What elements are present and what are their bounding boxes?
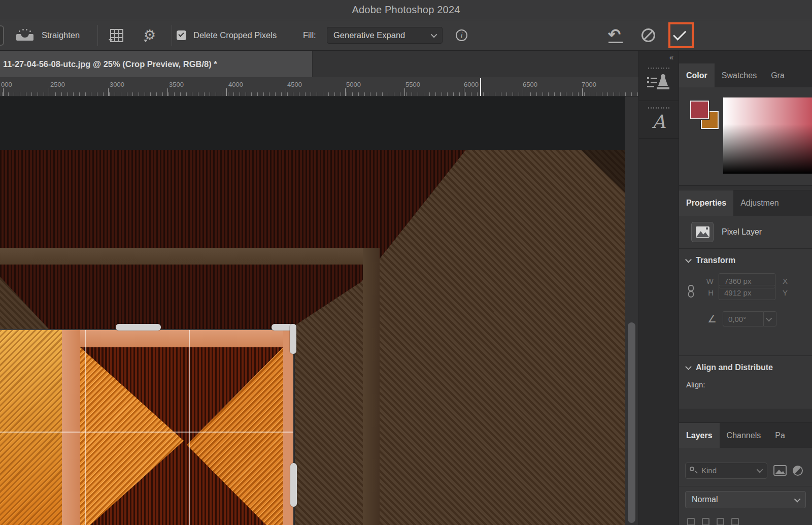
expand-panels-button[interactable]: « [669,53,672,61]
image-frame-vertical [363,248,380,525]
crop-options-bar: Straighten ⚙ Delete Cropped Pixels Fill:… [0,20,812,51]
title-bar: Adobe Photoshop 2024 [0,0,812,20]
crop-overlay-options-button[interactable] [110,20,124,50]
y-label: Y [783,288,788,297]
blend-mode-select[interactable]: Normal [685,491,806,508]
ruler-tick-label: 6500 [523,81,537,88]
layer-type-label: Pixel Layer [722,227,762,237]
crop-handle-top-right-v[interactable] [290,324,296,354]
angle-field: 0,00° [723,311,763,326]
chevron-down-icon [685,364,692,370]
delete-cropped-pixels-control: Delete Cropped Pixels [177,20,277,50]
tab-properties[interactable]: Properties [679,190,733,216]
document-tab-label: 11-27-04-56-08-utc.jpg @ 25% (Crop Previ… [3,59,217,69]
crop-region[interactable] [0,330,293,525]
panel-divider [679,185,812,190]
ruler-tick-label: 3000 [110,81,124,88]
cancel-icon [641,28,655,42]
chevron-down-icon [431,31,437,38]
align-section: Align and Distribute Align: [679,355,812,409]
height-field: 4912 px [719,285,775,300]
cutoff-control [0,25,4,46]
chevron-down-icon [685,256,692,263]
fill-value: Generative Expand [333,30,405,40]
chevron-down-icon [109,39,113,42]
chevron-down-icon [794,496,801,502]
chevron-down-icon [144,40,148,42]
angle-dropdown [763,311,776,326]
straighten-button[interactable]: Straighten [15,20,80,50]
straighten-icon [15,28,35,43]
chevron-down-icon [757,467,763,473]
reset-icon: ↶ [607,27,624,44]
foreground-color-swatch[interactable] [690,101,709,119]
tab-adjustments[interactable]: Adjustmen [733,190,786,216]
align-label: Align: [686,380,812,389]
cancel-crop-button[interactable] [641,20,655,50]
crop-frame-left [62,330,80,525]
panel-top-spacer [679,51,812,63]
commit-check-icon[interactable] [673,27,686,41]
clone-source-panel-button[interactable] [639,69,679,101]
glyphs-panel-button[interactable]: A [639,109,679,139]
crop-settings-button[interactable]: ⚙ [144,20,156,50]
tab-gradients[interactable]: Gra [764,63,792,87]
reset-crop-button[interactable]: ↶ [607,20,624,50]
divider [97,25,98,46]
document-tab[interactable]: 11-27-04-56-08-utc.jpg @ 25% (Crop Previ… [0,51,313,77]
ruler-major-ticks [0,88,638,96]
horizontal-ruler[interactable]: 0002500300035004000450050005500600065007… [0,77,638,96]
lock-icon[interactable] [702,518,709,525]
layers-panel-tabs: Layers Channels Pa [679,423,812,448]
ruler-tick-label: 5000 [346,81,361,88]
tab-color[interactable]: Color [679,63,715,87]
color-gradient-field[interactable] [723,97,812,174]
crop-handle-top-middle[interactable] [116,324,161,331]
filter-pixel-layers-icon[interactable] [773,465,787,476]
tab-swatches[interactable]: Swatches [715,63,764,87]
photo-image[interactable] [0,150,625,525]
filter-adjustment-layers-icon[interactable] [793,466,803,476]
spacer [679,448,812,455]
collapsed-panel-strip: « A [638,51,679,525]
transform-section: Transform W 7360 px X H 4912 px [679,249,812,355]
x-label: X [783,277,788,285]
tab-layers[interactable]: Layers [679,423,720,448]
layer-filter-select[interactable]: Kind [685,463,767,479]
ruler-tick-label: 7000 [582,81,596,88]
crop-orange-strip [0,330,62,525]
ruler-tick-label: 4500 [287,81,302,88]
crop-grid-line-horizontal [0,432,293,433]
crop-grid-line-vertical-2 [189,330,190,525]
layers-filter-row: Kind [679,455,812,486]
delete-cropped-pixels-label: Delete Cropped Pixels [193,30,277,40]
blend-mode-value: Normal [692,495,718,504]
panel-dock: « A Color [638,51,812,525]
align-header[interactable]: Align and Distribute [686,363,812,372]
ruler-tick-label: 2500 [50,81,65,88]
tab-channels[interactable]: Channels [720,423,768,448]
vertical-scrollbar[interactable] [628,322,635,523]
pixel-layer-icon [691,222,714,242]
layer-type-row: Pixel Layer [679,216,812,249]
lock-icon[interactable] [687,518,695,525]
properties-panel-tabs: Properties Adjustmen [679,190,812,216]
divider [172,25,172,46]
lock-icon[interactable] [717,518,724,525]
crop-handle-right-middle[interactable] [290,463,297,507]
transform-header[interactable]: Transform [686,256,812,265]
fill-select[interactable]: Generative Expand [327,20,443,50]
document-tab-bar: 11-27-04-56-08-utc.jpg @ 25% (Crop Previ… [0,51,638,77]
ruler-tick-label: 6000 [464,81,479,88]
lock-icon[interactable] [731,518,739,525]
panel-divider [679,409,812,423]
link-dimensions-icon[interactable] [687,284,694,300]
search-icon [690,467,697,474]
tab-paths[interactable]: Pa [768,423,792,448]
document-canvas[interactable] [0,96,638,525]
crop-grid-line-vertical-1 [85,330,86,525]
fill-info-button[interactable]: i [456,20,467,50]
crop-frame-top [62,330,293,347]
delete-cropped-pixels-checkbox[interactable] [177,30,186,40]
commit-crop-highlight [668,22,694,48]
